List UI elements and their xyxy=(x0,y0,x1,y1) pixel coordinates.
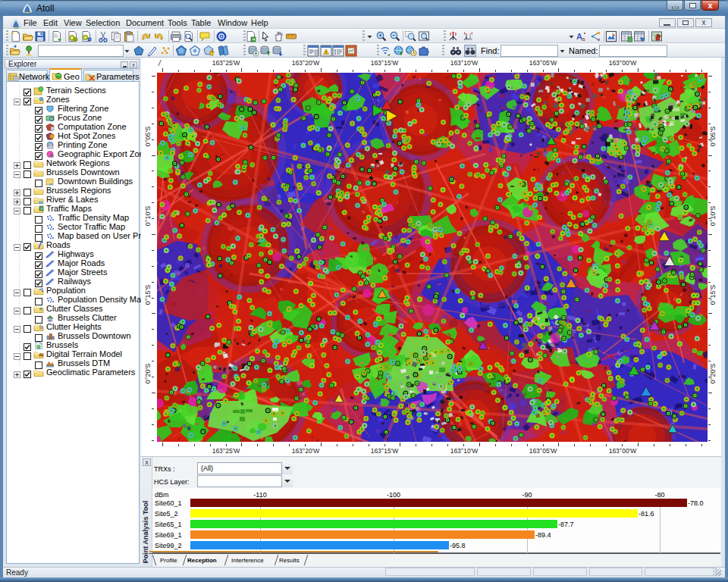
svg-text:a: a xyxy=(582,36,585,42)
